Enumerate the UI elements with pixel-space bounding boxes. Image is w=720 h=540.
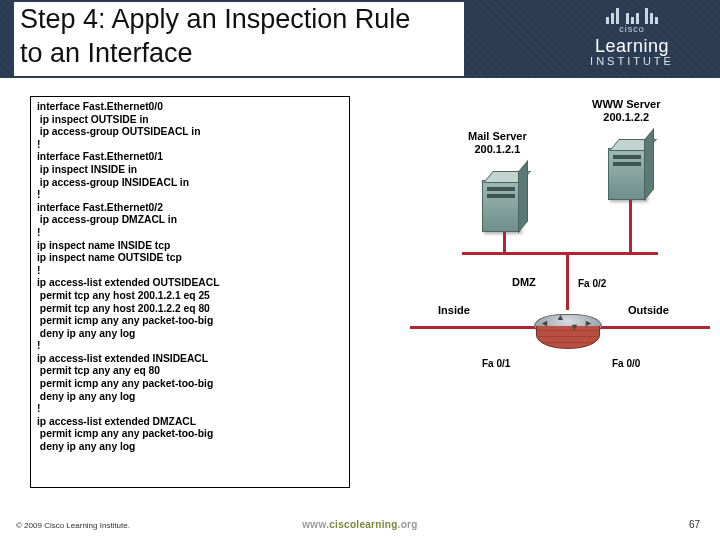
www-server-icon <box>608 136 652 200</box>
www-server-ip: 200.1.2.2 <box>603 111 649 123</box>
inside-label: Inside <box>438 304 470 316</box>
url-suffix: .org <box>398 519 418 530</box>
footer-url: www.ciscolearning.org <box>0 519 720 530</box>
slide-header: Step 4: Apply an Inspection Rule to an I… <box>0 0 720 78</box>
fa00-label: Fa 0/0 <box>612 358 640 369</box>
config-code-block: interface Fast.Ethernet0/0 ip inspect OU… <box>30 96 350 488</box>
router-icon: ◄ ► ▲ ▼ <box>534 314 600 354</box>
cisco-bars-icon <box>605 6 659 24</box>
cisco-learning-logo: cisco Learning INSTITUTE <box>562 6 702 67</box>
dmz-label: DMZ <box>512 276 536 288</box>
link-www <box>629 200 632 252</box>
slide-title: Step 4: Apply an Inspection Rule to an I… <box>20 2 410 70</box>
link-dmz-router <box>566 252 569 310</box>
logo-sub-text: INSTITUTE <box>562 55 702 67</box>
mail-server-label: Mail Server 200.1.2.1 <box>468 130 527 156</box>
slide-content: interface Fast.Ethernet0/0 ip inspect OU… <box>30 96 690 496</box>
url-main: ciscolearning <box>329 519 397 530</box>
url-prefix: www. <box>302 519 329 530</box>
mail-server-icon <box>482 168 526 232</box>
fa02-label: Fa 0/2 <box>578 278 606 289</box>
page-number: 67 <box>689 519 700 530</box>
link-mail <box>503 232 506 252</box>
outside-label: Outside <box>628 304 669 316</box>
mail-server-ip: 200.1.2.1 <box>474 143 520 155</box>
network-diagram: Mail Server 200.1.2.1 WWW Server 200.1.2… <box>390 96 720 416</box>
www-server-label: WWW Server 200.1.2.2 <box>592 98 660 124</box>
mail-server-name: Mail Server <box>468 130 527 142</box>
logo-cisco-text: cisco <box>562 24 702 34</box>
logo-brand-text: Learning <box>562 36 702 57</box>
fa01-label: Fa 0/1 <box>482 358 510 369</box>
www-server-name: WWW Server <box>592 98 660 110</box>
dmz-segment <box>462 252 658 255</box>
title-line-1: Step 4: Apply an Inspection Rule <box>20 4 410 34</box>
title-line-2: to an Interface <box>20 38 193 68</box>
